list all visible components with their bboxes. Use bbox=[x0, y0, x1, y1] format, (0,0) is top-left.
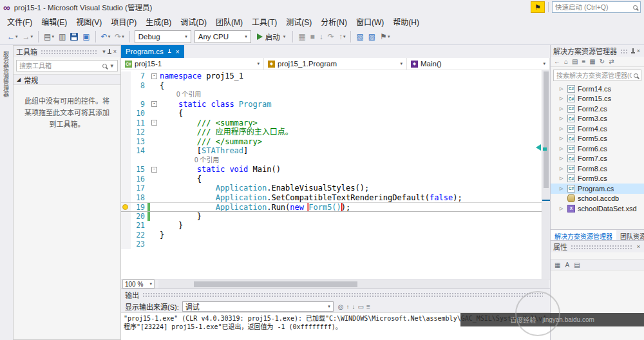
expander-icon[interactable]: ▷ bbox=[560, 166, 565, 171]
collapse-icon[interactable]: - bbox=[151, 73, 157, 79]
clear-all-icon[interactable]: ▭ bbox=[356, 303, 365, 310]
open-file-button[interactable]: ▥ bbox=[57, 32, 68, 42]
expander-icon[interactable]: ▷ bbox=[560, 116, 565, 121]
property-pages-icon[interactable]: ▤ bbox=[573, 261, 581, 269]
code-line[interactable]: 0 个引用 bbox=[121, 156, 542, 165]
break-all-button[interactable]: ▦ bbox=[296, 32, 307, 42]
expander-icon[interactable]: ▷ bbox=[560, 186, 565, 191]
toolbox-search[interactable]: ▾ bbox=[16, 60, 118, 71]
zoom-dropdown[interactable]: 100 % ▾ bbox=[122, 279, 155, 288]
code-line[interactable]: 8{ bbox=[121, 81, 542, 91]
code-line[interactable]: 11- /// <summary> bbox=[121, 118, 542, 128]
sync-with-active-document-icon[interactable]: ⇄ bbox=[607, 58, 615, 65]
pin-icon[interactable] bbox=[107, 48, 112, 55]
lightbulb-icon[interactable] bbox=[122, 204, 128, 210]
menu-item[interactable]: 帮助(H) bbox=[388, 14, 424, 29]
bookmark-button[interactable]: ⚑▾ bbox=[378, 32, 392, 42]
refresh-icon[interactable]: ↻ bbox=[598, 58, 606, 65]
quick-launch-input[interactable] bbox=[555, 3, 631, 11]
menu-item[interactable]: 团队(M) bbox=[211, 14, 247, 29]
categorized-icon[interactable]: ▦ bbox=[553, 261, 562, 269]
find-in-files-button[interactable]: ▧ bbox=[354, 32, 365, 42]
back-icon[interactable]: ← bbox=[553, 58, 562, 65]
codelens-references[interactable]: 0 个引用 bbox=[194, 156, 219, 164]
close-icon[interactable]: × bbox=[636, 48, 641, 54]
undo-button[interactable]: ↶▾ bbox=[99, 32, 113, 42]
tree-item-school-accdb[interactable]: school.accdb bbox=[551, 194, 644, 204]
scrollbar-thumb[interactable] bbox=[194, 281, 358, 287]
expander-icon[interactable]: ▷ bbox=[560, 86, 565, 91]
chevron-down-icon[interactable]: ▾ bbox=[109, 62, 115, 69]
redo-button[interactable]: ↷▾ bbox=[113, 32, 126, 42]
tree-item-form5-cs[interactable]: ▷C#Form5.cs bbox=[551, 134, 644, 144]
tree-item-form3-cs[interactable]: ▷C#Form3.cs bbox=[551, 114, 644, 124]
nav-back-button[interactable]: ←▾ bbox=[5, 32, 20, 42]
member-dropdown[interactable]: ◆ Main() ▾ bbox=[407, 58, 550, 70]
save-file-button[interactable] bbox=[68, 32, 80, 42]
tree-item-form7-cs[interactable]: ▷C#Form7.cs bbox=[551, 154, 644, 164]
tree-item-form4-cs[interactable]: ▷C#Form4.cs bbox=[551, 124, 644, 134]
menu-item[interactable]: 调试(D) bbox=[176, 14, 211, 29]
close-icon[interactable]: × bbox=[112, 48, 118, 55]
collapse-all-icon[interactable]: ≡ bbox=[581, 58, 587, 65]
code-line[interactable]: 16 { bbox=[121, 175, 542, 184]
quick-launch-box[interactable] bbox=[552, 1, 641, 13]
tab-program-cs[interactable]: Program.cs × bbox=[121, 45, 184, 58]
pin-icon[interactable] bbox=[630, 48, 636, 54]
code-line[interactable]: 14 [STAThread] bbox=[121, 146, 542, 156]
switch-views-icon[interactable]: ▤ bbox=[571, 58, 579, 65]
code-line[interactable]: 7-namespace proj15_1 bbox=[121, 71, 542, 81]
tree-item-form6-cs[interactable]: ▷C#Form6.cs bbox=[551, 144, 644, 154]
code-line[interactable]: 23 bbox=[121, 240, 542, 249]
tree-item-form14-cs[interactable]: ▷C#Form14.cs bbox=[551, 84, 644, 94]
nav-forward-button[interactable]: →▾ bbox=[21, 32, 35, 42]
alphabetical-icon[interactable]: A bbox=[564, 261, 571, 269]
start-debugging-button[interactable]: 启动▾ bbox=[253, 30, 290, 43]
solution-platforms-dropdown[interactable]: Any CPU▾ bbox=[194, 30, 251, 43]
chevron-down-icon[interactable]: ▾ bbox=[101, 48, 107, 55]
code-line[interactable]: 21 } bbox=[121, 221, 542, 231]
tree-item-form9-cs[interactable]: ▷C#Form9.cs bbox=[551, 174, 644, 184]
notifications-flag-button[interactable]: ⚑ bbox=[531, 1, 545, 13]
code-line[interactable]: 13 /// </summary> bbox=[121, 137, 542, 147]
project-dropdown[interactable]: C# proj15-1 ▾ bbox=[121, 58, 264, 70]
menu-item[interactable]: 编辑(E) bbox=[37, 14, 71, 29]
solution-search[interactable] bbox=[553, 70, 641, 81]
find-message-icon[interactable]: ◎ bbox=[337, 303, 345, 310]
save-all-button[interactable]: ▣ bbox=[80, 32, 91, 42]
expander-icon[interactable]: ▷ bbox=[560, 96, 565, 101]
output-source-dropdown[interactable]: 调试 ▾ bbox=[182, 301, 334, 312]
expander-icon[interactable]: ▷ bbox=[560, 106, 565, 111]
code-line[interactable]: 18 Application.SetCompatibleTextRenderin… bbox=[121, 193, 542, 203]
solution-search-input[interactable] bbox=[556, 72, 632, 79]
step-over-button[interactable]: ↷ bbox=[326, 32, 336, 42]
pin-icon[interactable] bbox=[167, 49, 172, 55]
menu-item[interactable]: 生成(B) bbox=[141, 14, 176, 29]
toolbox-section-general[interactable]: ◢ 常规 bbox=[14, 74, 120, 85]
step-into-button[interactable]: ↓ bbox=[317, 32, 325, 42]
solution-configurations-dropdown[interactable]: Debug▾ bbox=[135, 30, 191, 43]
expander-icon[interactable]: ▷ bbox=[560, 156, 565, 161]
show-all-files-icon[interactable]: ▦ bbox=[588, 58, 596, 65]
type-dropdown[interactable]: ◆ proj15_1.Program ▾ bbox=[264, 58, 407, 70]
step-out-button[interactable]: ↑▾ bbox=[337, 32, 348, 42]
tree-item-form8-cs[interactable]: ▷C#Form8.cs bbox=[551, 164, 644, 174]
code-editor[interactable]: 7-namespace proj15_18{0 个引用9- static cla… bbox=[121, 70, 542, 279]
code-line[interactable]: 15- static void Main() bbox=[121, 165, 542, 175]
code-line[interactable]: 9- static class Program bbox=[121, 100, 542, 109]
menu-item[interactable]: 文件(F) bbox=[3, 14, 37, 29]
code-line[interactable]: 10 { bbox=[121, 109, 542, 118]
menu-item[interactable]: 工具(T) bbox=[247, 14, 281, 29]
toolbox-search-input[interactable] bbox=[19, 62, 100, 70]
codelens-references[interactable]: 0 个引用 bbox=[176, 91, 201, 98]
tree-item-form2-cs[interactable]: ▷C#Form2.cs bbox=[551, 104, 644, 114]
collapse-icon[interactable]: - bbox=[151, 120, 157, 126]
expander-icon[interactable]: ▷ bbox=[560, 176, 565, 181]
editor-vertical-scrollbar[interactable] bbox=[542, 70, 550, 279]
expander-icon[interactable]: ▷ bbox=[560, 126, 565, 131]
menu-item[interactable]: 窗口(W) bbox=[352, 14, 388, 29]
code-line[interactable]: 19 Application.Run(new Form5()); bbox=[121, 202, 542, 212]
code-line[interactable]: 17 Application.EnableVisualStyles(); bbox=[121, 184, 542, 193]
home-icon[interactable]: ⌂ bbox=[563, 58, 569, 65]
menu-item[interactable]: 项目(P) bbox=[106, 14, 141, 29]
